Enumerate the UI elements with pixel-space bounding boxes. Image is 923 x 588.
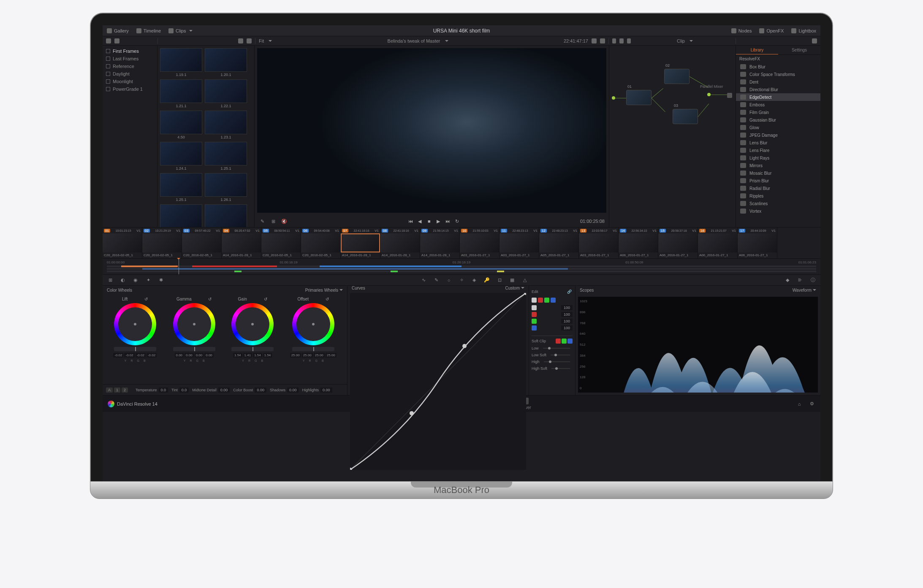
wheel-value[interactable]: 25.00 xyxy=(302,353,313,358)
node-graph[interactable]: 01 02 03 Parallel Mixer xyxy=(609,46,736,227)
wheels-icon[interactable]: ◉ xyxy=(132,277,139,284)
channel-value[interactable]: 100 xyxy=(561,325,573,331)
still-thumbnail[interactable]: 1.23.1 xyxy=(205,111,247,139)
playhead[interactable] xyxy=(179,259,179,274)
highlights-value[interactable]: 0.00 xyxy=(320,387,332,393)
home-icon[interactable]: ⌂ xyxy=(796,401,803,407)
settings-gear-icon[interactable]: ⚙ xyxy=(809,401,815,407)
still-thumbnail[interactable]: 1.24.1 xyxy=(160,142,202,171)
page-pill[interactable]: 2 xyxy=(122,387,128,393)
page-pill[interactable]: A xyxy=(106,387,113,393)
view-grid-icon[interactable] xyxy=(114,38,119,43)
waveform-scope[interactable]: 10238967686405123842561280 xyxy=(578,297,818,393)
fx-item[interactable]: Lens Flare xyxy=(736,146,820,154)
gallery-item[interactable]: PowerGrade 1 xyxy=(103,85,157,93)
search-icon[interactable] xyxy=(812,38,817,43)
clip-tile[interactable]: 0508:50:54:11V1C20_2016-02-05_1 xyxy=(261,228,301,258)
clip-tile[interactable]: 0408:20:47:02V1A14_2016-01-28_1 xyxy=(222,228,261,258)
clip-thumbnail-strip[interactable]: 0110:01:23:15V1C20_2016-02-05_10210:21:2… xyxy=(103,227,820,258)
softclip-g-chip[interactable] xyxy=(562,339,567,344)
key-icon[interactable]: 🔑 xyxy=(483,277,490,284)
still-thumbnail[interactable]: 1.25.1 xyxy=(205,142,247,171)
parallel-mixer-node[interactable] xyxy=(707,93,711,96)
motion-icon[interactable]: ✱ xyxy=(157,277,164,284)
play-button[interactable]: ▶ xyxy=(435,218,442,224)
still-thumbnail[interactable]: 1.21.1 xyxy=(160,79,202,108)
master-slider[interactable] xyxy=(173,347,215,351)
fx-item[interactable]: JPEG Damage xyxy=(736,131,820,139)
primaries-mode-dropdown[interactable]: Primaries Wheels xyxy=(305,288,338,293)
sun-icon[interactable] xyxy=(627,38,631,43)
viewer-canvas[interactable] xyxy=(257,48,606,213)
sizing-icon[interactable]: ⊡ xyxy=(496,277,503,284)
timeline-toggle[interactable]: Timeline xyxy=(136,28,161,33)
nodes-toggle[interactable]: Nodes xyxy=(731,28,752,33)
master-slider[interactable] xyxy=(292,347,334,351)
clip-tile[interactable]: 1720:44:10:09V1A06_2016-01-27_1 xyxy=(738,228,777,258)
clip-tile[interactable]: 1222:48:23:13V1A05_2016-01-27_1 xyxy=(539,228,579,258)
still-thumbnail[interactable]: 1.26.1 xyxy=(205,204,247,227)
channel-chip-r[interactable] xyxy=(538,298,543,303)
rgb-mixer-icon[interactable]: ✦ xyxy=(145,277,152,284)
temperature-value[interactable]: 0.0 xyxy=(159,387,168,393)
still-thumbnail[interactable]: 1.22.1 xyxy=(205,79,247,108)
tracker-icon[interactable]: ✧ xyxy=(458,277,465,284)
fx-item[interactable]: Film Grain xyxy=(736,108,820,116)
wheel-value[interactable]: 25.00 xyxy=(290,353,301,358)
prev-frame-button[interactable]: ◀ xyxy=(416,218,423,224)
picker-icon[interactable]: ✎ xyxy=(259,218,266,225)
fx-item[interactable]: Prism Blur xyxy=(736,177,820,184)
fx-item[interactable]: Radial Blur xyxy=(736,184,820,192)
blur-icon[interactable]: ◈ xyxy=(471,277,478,284)
color-wheel[interactable] xyxy=(292,303,334,345)
clip-tile[interactable]: 0722:41:18:16V1A14_2016-01-28_1 xyxy=(341,228,380,258)
gallery-item[interactable]: Last Frames xyxy=(103,55,157,62)
fx-item[interactable]: Gaussian Blur xyxy=(736,116,820,124)
midtone-value[interactable]: 0.00 xyxy=(218,387,230,393)
master-slider[interactable] xyxy=(231,347,274,351)
fx-item[interactable]: Glow xyxy=(736,124,820,131)
wheel-value[interactable]: -0.02 xyxy=(124,353,134,358)
channel-chip-y[interactable] xyxy=(532,298,537,303)
channel-value[interactable]: 100 xyxy=(561,312,573,317)
next-frame-button[interactable]: ⏭ xyxy=(444,218,451,224)
channel-chip-b[interactable] xyxy=(551,298,556,303)
softclip-slider[interactable] xyxy=(551,368,570,369)
softclip-r-chip[interactable] xyxy=(556,339,561,344)
lightbox-toggle[interactable]: Lightbox xyxy=(791,28,816,33)
mute-icon[interactable]: 🔇 xyxy=(281,218,288,225)
mini-timeline[interactable]: 01:00:00:0001:00:16:1901:26:16:1901:00:5… xyxy=(103,258,820,274)
wheel-value[interactable]: -0.02 xyxy=(136,353,146,358)
grid-icon[interactable] xyxy=(592,38,597,43)
fx-item[interactable]: Lens Blur xyxy=(736,139,820,146)
info-icon[interactable]: ⓘ xyxy=(809,277,816,284)
keyframe-icon[interactable]: ◆ xyxy=(784,277,791,284)
wheel-value[interactable]: 25.00 xyxy=(326,353,337,358)
wheel-value[interactable]: -0.02 xyxy=(147,353,157,358)
fx-item[interactable]: Scanlines xyxy=(736,200,820,207)
still-thumbnail[interactable]: 4.50 xyxy=(160,111,202,139)
color-wheel[interactable] xyxy=(173,303,215,345)
tint-value[interactable]: 0.0 xyxy=(179,387,189,393)
still-thumbnail[interactable]: 1.27.1 xyxy=(160,204,202,227)
page-pill[interactable]: 1 xyxy=(114,387,120,393)
still-thumbnail[interactable]: 1.20.1 xyxy=(205,48,247,77)
gallery-toggle[interactable]: Gallery xyxy=(107,28,129,33)
channel-value[interactable]: 100 xyxy=(561,319,573,324)
channel-value[interactable]: 100 xyxy=(561,305,573,310)
link-icon[interactable]: 🔗 xyxy=(566,288,573,295)
node-03[interactable]: 03 xyxy=(673,109,698,124)
still-thumbnail[interactable]: 1.26.1 xyxy=(205,173,247,202)
softclip-slider[interactable] xyxy=(551,355,570,355)
clip-tile[interactable]: 0110:01:23:15V1C20_2016-02-05_1 xyxy=(103,228,142,258)
fx-item[interactable]: Dent xyxy=(736,78,820,86)
node-01[interactable]: 01 xyxy=(626,90,652,105)
zoom-icon[interactable] xyxy=(238,38,243,43)
hand-icon[interactable] xyxy=(619,38,623,43)
shadows-value[interactable]: 0.00 xyxy=(287,387,299,393)
color-match-icon[interactable]: ◐ xyxy=(119,277,126,284)
node-mode-dropdown[interactable]: Clip xyxy=(677,38,685,43)
softclip-b-chip[interactable] xyxy=(567,339,573,344)
clip-tile[interactable]: 0609:54:40:08V1C20_2016-02-05_1 xyxy=(301,228,341,258)
gallery-item[interactable]: First Frames xyxy=(103,47,157,55)
